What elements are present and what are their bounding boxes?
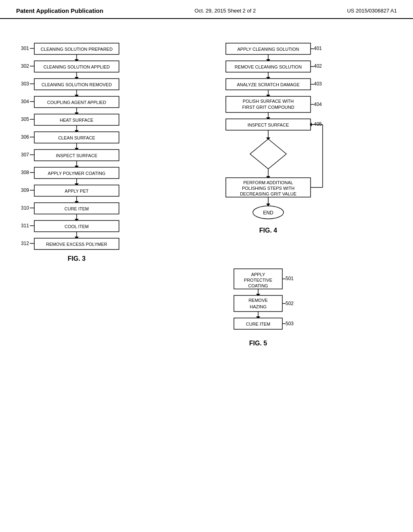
svg-text:APPLY: APPLY (251, 272, 265, 277)
svg-text:402: 402 (314, 63, 322, 69)
svg-text:306: 306 (21, 134, 29, 140)
main-diagram: 301 CLEANING SOLUTION PREPARED 302 CLEAN… (0, 27, 413, 511)
header-center: Oct. 29, 2015 Sheet 2 of 2 (194, 8, 256, 14)
svg-text:309: 309 (21, 187, 29, 193)
svg-text:308: 308 (21, 170, 29, 175)
svg-text:COOL ITEM: COOL ITEM (65, 224, 89, 229)
svg-text:ANALYZE SCRATCH DAMAGE: ANALYZE SCRATCH DAMAGE (237, 82, 299, 87)
svg-text:COUPLING AGENT APPLIED: COUPLING AGENT APPLIED (47, 100, 106, 105)
header-left: Patent Application Publication (16, 7, 103, 14)
svg-text:501: 501 (286, 276, 294, 281)
svg-text:302: 302 (21, 63, 29, 69)
svg-text:FIG. 5: FIG. 5 (249, 340, 267, 347)
svg-text:401: 401 (314, 46, 322, 51)
svg-text:END: END (263, 210, 273, 216)
svg-text:305: 305 (21, 116, 29, 122)
svg-text:POLISHING STEPS WITH: POLISHING STEPS WITH (242, 186, 294, 191)
header-right: US 2015/0306827 A1 (347, 8, 397, 14)
svg-text:REMOVE: REMOVE (248, 298, 268, 303)
svg-text:FIG. 4: FIG. 4 (259, 227, 277, 234)
svg-text:303: 303 (21, 81, 29, 87)
svg-text:312: 312 (21, 241, 29, 246)
svg-text:POLISH SURFACE WITH: POLISH SURFACE WITH (243, 99, 294, 104)
svg-text:403: 403 (314, 81, 322, 87)
svg-text:DECREASING GRIT VALUE: DECREASING GRIT VALUE (240, 191, 296, 196)
svg-text:CLEANING SOLUTION PREPARED: CLEANING SOLUTION PREPARED (41, 47, 113, 52)
svg-text:REMOVE EXCESS POLYMER: REMOVE EXCESS POLYMER (46, 242, 107, 247)
svg-marker-102 (250, 139, 286, 169)
page-header: Patent Application Publication Oct. 29, … (0, 0, 413, 19)
svg-text:405: 405 (314, 121, 322, 127)
svg-text:304: 304 (21, 99, 29, 104)
svg-text:301: 301 (21, 46, 29, 51)
svg-text:APPLY PET: APPLY PET (65, 189, 89, 193)
svg-text:404: 404 (314, 102, 322, 107)
svg-text:CLEANING SOLUTION APPLIED: CLEANING SOLUTION APPLIED (44, 64, 110, 69)
svg-text:CURE ITEM: CURE ITEM (246, 322, 271, 326)
svg-text:FIG. 3: FIG. 3 (68, 255, 86, 262)
svg-text:502: 502 (286, 301, 294, 306)
svg-text:INSPECT SURFACE: INSPECT SURFACE (56, 153, 98, 158)
svg-text:307: 307 (21, 152, 29, 158)
svg-text:APPLY POLYMER COATING: APPLY POLYMER COATING (48, 171, 106, 176)
svg-text:COATING: COATING (248, 283, 268, 288)
svg-text:CURE ITEM: CURE ITEM (65, 206, 89, 211)
svg-text:APPLY CLEANING SOLUTION: APPLY CLEANING SOLUTION (237, 47, 299, 52)
svg-text:REMOVE CLEANING SOLUTION: REMOVE CLEANING SOLUTION (235, 64, 302, 69)
svg-text:HAZING: HAZING (250, 304, 267, 309)
svg-text:HEAT SURFACE: HEAT SURFACE (60, 118, 93, 123)
svg-text:CLEANING SOLUTION REMOVED: CLEANING SOLUTION REMOVED (42, 82, 112, 87)
svg-text:310: 310 (21, 205, 29, 211)
svg-text:503: 503 (286, 321, 294, 326)
svg-text:PERFORM ADDITIONAL: PERFORM ADDITIONAL (243, 180, 293, 185)
svg-text:CLEAN SURFACE: CLEAN SURFACE (58, 135, 95, 140)
svg-text:PROTECTIVE: PROTECTIVE (244, 278, 272, 283)
svg-text:INSPECT SURFACE: INSPECT SURFACE (248, 123, 289, 127)
svg-text:FIRST GRIT COMPOUND: FIRST GRIT COMPOUND (242, 105, 294, 110)
svg-text:311: 311 (21, 223, 29, 229)
